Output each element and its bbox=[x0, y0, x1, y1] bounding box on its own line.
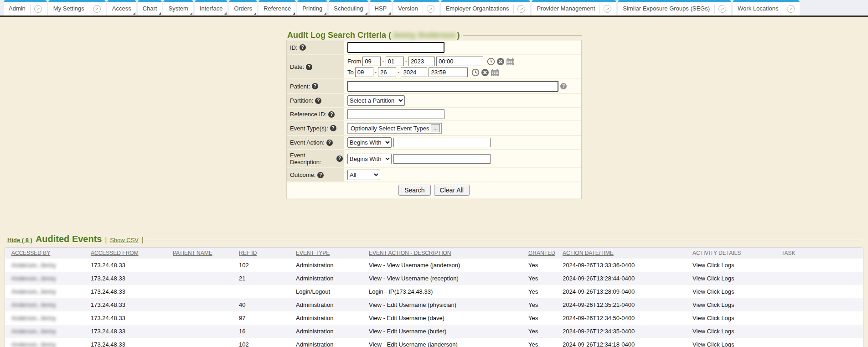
tab-access[interactable]: Access bbox=[107, 0, 136, 16]
to-month-input[interactable] bbox=[355, 67, 373, 77]
view-click-logs-link[interactable]: View Click Logs bbox=[689, 285, 778, 298]
id-help-icon[interactable]: ? bbox=[300, 44, 306, 51]
hide-results-link[interactable]: Hide ( 8 ) bbox=[7, 237, 32, 243]
tab-work-locations[interactable]: Work Locations↗ bbox=[733, 0, 800, 16]
tab-employer-organizations[interactable]: Employer Organizations↗ bbox=[441, 0, 531, 16]
tab-similar-exposure-groups-segs[interactable]: Similar Exposure Groups (SEGs)↗ bbox=[618, 0, 731, 16]
tab-orders[interactable]: Orders bbox=[229, 0, 257, 16]
from-time-input[interactable] bbox=[436, 57, 483, 66]
cell-event-type: Administration bbox=[292, 272, 365, 285]
column-header-action-date-time[interactable]: ACTION DATE/TIME bbox=[559, 248, 689, 259]
audit-log-search-panel: Audit Log Search Criteria (Jenny Anderso… bbox=[286, 31, 582, 199]
tab-label: HSP bbox=[375, 5, 387, 13]
column-header-activity-details: ACTIVITY DETAILS bbox=[689, 248, 778, 259]
outcome-help-icon[interactable]: ? bbox=[317, 172, 324, 178]
show-csv-link[interactable]: Show CSV bbox=[110, 237, 139, 243]
from-year-input[interactable] bbox=[408, 57, 435, 66]
column-header-event-type[interactable]: EVENT TYPE bbox=[292, 248, 365, 259]
event-action-label: Event Action: bbox=[290, 139, 325, 146]
date-help-icon[interactable]: ? bbox=[306, 64, 312, 70]
view-click-logs-link[interactable]: View Click Logs bbox=[689, 259, 778, 272]
tab-system[interactable]: System bbox=[163, 0, 193, 16]
row-patient: Patient: ? ? bbox=[287, 79, 581, 93]
row-reference-id: Reference ID: ? bbox=[287, 108, 581, 120]
event-action-help-icon[interactable]: ? bbox=[326, 140, 333, 146]
clear-all-button[interactable]: Clear All bbox=[434, 185, 470, 196]
column-header-ref-id[interactable]: REF ID bbox=[235, 248, 292, 259]
patient-lookup-help-icon[interactable]: ? bbox=[560, 83, 567, 89]
patient-help-icon[interactable]: ? bbox=[312, 83, 318, 89]
event-types-help-icon[interactable]: ? bbox=[330, 125, 336, 131]
tab-hsp[interactable]: HSP bbox=[370, 0, 392, 16]
view-click-logs-link[interactable]: View Click Logs bbox=[689, 338, 778, 347]
event-description-help-icon[interactable]: ? bbox=[336, 155, 343, 162]
column-header-granted[interactable]: GRANTED bbox=[525, 248, 559, 259]
partition-help-icon[interactable]: ? bbox=[315, 98, 321, 104]
to-calendar-icon[interactable] bbox=[491, 68, 499, 77]
event-types-picker[interactable]: Optionally Select Event Types ... bbox=[347, 123, 442, 134]
open-new-window-icon[interactable]: ↗ bbox=[517, 5, 525, 13]
outcome-select[interactable]: All bbox=[347, 170, 380, 180]
event-description-label-cell: Event Description: ? bbox=[287, 150, 344, 167]
from-month-input[interactable] bbox=[362, 57, 381, 66]
to-time-input[interactable] bbox=[429, 67, 468, 77]
event-action-match-select[interactable]: Begins With bbox=[347, 137, 392, 148]
open-new-window-icon[interactable]: ↗ bbox=[427, 5, 434, 13]
cell-event-action: View - Edit Username (physician) bbox=[365, 298, 525, 311]
tab-scheduling[interactable]: Scheduling bbox=[329, 0, 368, 16]
tab-admin[interactable]: Admin↗ bbox=[4, 0, 47, 16]
tab-version[interactable]: Version↗ bbox=[393, 0, 439, 16]
tab-interface[interactable]: Interface bbox=[195, 0, 228, 16]
dropdown-caret-icon bbox=[133, 12, 135, 15]
legend-user-name-redacted: Jenny Anderson bbox=[391, 31, 457, 40]
view-click-logs-link[interactable]: View Click Logs bbox=[689, 311, 778, 325]
column-header-accessed-from[interactable]: ACCESSED FROM bbox=[87, 248, 169, 259]
view-click-logs-link[interactable]: View Click Logs bbox=[689, 272, 778, 285]
view-click-logs-link[interactable]: View Click Logs bbox=[689, 298, 778, 311]
cell-event-action: View - View Username (janderson) bbox=[365, 259, 525, 272]
id-input[interactable] bbox=[347, 42, 444, 53]
patient-input[interactable] bbox=[347, 81, 558, 92]
to-clock-icon[interactable] bbox=[471, 68, 480, 77]
to-label: To bbox=[347, 69, 354, 76]
partition-label: Partition: bbox=[290, 97, 313, 104]
column-header-task: TASK bbox=[778, 248, 863, 259]
search-button[interactable]: Search bbox=[398, 185, 430, 196]
to-year-input[interactable] bbox=[401, 67, 427, 77]
tab-my-settings[interactable]: My Settings↗ bbox=[48, 0, 106, 16]
tab-reference[interactable]: Reference bbox=[258, 0, 296, 16]
reference-id-help-icon[interactable]: ? bbox=[328, 111, 335, 118]
redacted-user-name: Anderson, Jenny bbox=[11, 275, 56, 282]
event-action-input[interactable] bbox=[393, 138, 491, 147]
tab-divider bbox=[423, 5, 423, 14]
event-description-input[interactable] bbox=[393, 154, 491, 164]
open-new-window-icon[interactable]: ↗ bbox=[93, 5, 101, 13]
open-new-window-icon[interactable]: ↗ bbox=[34, 5, 42, 13]
open-new-window-icon[interactable]: ↗ bbox=[718, 5, 726, 13]
column-header-accessed-by[interactable]: ACCESSED BY bbox=[5, 248, 87, 259]
from-day-input[interactable] bbox=[386, 57, 404, 66]
cell-event-type: Administration bbox=[292, 338, 365, 347]
to-day-input[interactable] bbox=[378, 67, 396, 77]
tab-printing[interactable]: Printing bbox=[297, 0, 327, 16]
view-click-logs-link[interactable]: View Click Logs bbox=[689, 325, 778, 338]
open-new-window-icon[interactable]: ↗ bbox=[787, 5, 795, 13]
column-header-event-action-description[interactable]: EVENT ACTION - DESCRIPTION bbox=[365, 248, 525, 259]
open-new-window-icon[interactable]: ↗ bbox=[604, 5, 611, 13]
event-description-label: Event Description: bbox=[290, 152, 335, 166]
row-event-types: Event Type(s): ? Optionally Select Event… bbox=[287, 121, 581, 135]
tab-provider-management[interactable]: Provider Management↗ bbox=[532, 0, 616, 16]
event-types-browse-button[interactable]: ... bbox=[431, 124, 440, 132]
audited-events-title: Audited Events bbox=[36, 234, 102, 244]
event-description-match-select[interactable]: Begins With bbox=[347, 154, 392, 164]
tab-chart[interactable]: Chart bbox=[138, 0, 162, 16]
column-header-patient-name[interactable]: PATIENT NAME bbox=[169, 248, 235, 259]
partition-select[interactable]: Select a Partition bbox=[347, 95, 405, 106]
redacted-user-name: Anderson, Jenny bbox=[11, 328, 56, 335]
from-clear-icon[interactable] bbox=[496, 57, 505, 66]
from-clock-icon[interactable] bbox=[487, 57, 495, 66]
to-clear-icon[interactable] bbox=[481, 68, 489, 77]
reference-id-input[interactable] bbox=[347, 109, 444, 119]
row-event-action: Event Action: ? Begins With bbox=[287, 136, 581, 149]
from-calendar-icon[interactable] bbox=[506, 57, 515, 66]
